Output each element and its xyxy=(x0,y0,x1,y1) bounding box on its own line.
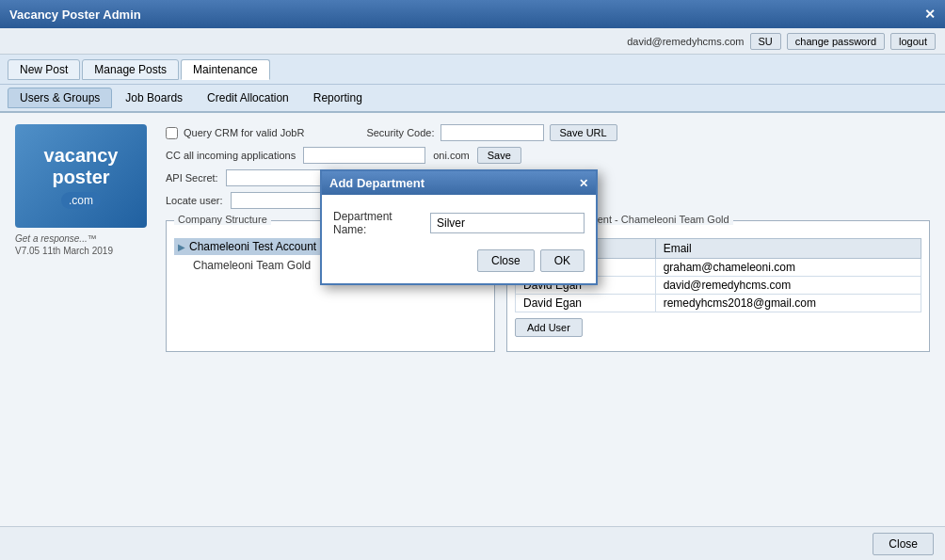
modal-body: Department Name: Close OK xyxy=(322,195,596,283)
tree-expand-icon: ▶ xyxy=(178,242,185,252)
user-name-2: David Egan xyxy=(516,295,656,312)
company-structure-title: Company Structure xyxy=(174,214,271,225)
user-email: david@remedyhcms.com xyxy=(627,36,744,47)
user-email-2: remedyhcms2018@gmail.com xyxy=(655,295,921,312)
title-bar: Vacancy Poster Admin ✕ xyxy=(0,0,945,28)
nav-bar-1: New Post Manage Posts Maintenance xyxy=(0,55,945,85)
tab-new-post[interactable]: New Post xyxy=(8,59,80,80)
logout-button[interactable]: logout xyxy=(890,33,936,50)
security-code-label: Security Code: xyxy=(366,127,434,138)
table-row: David Egan remedyhcms2018@gmail.com xyxy=(516,295,921,312)
security-code-input[interactable] xyxy=(440,124,544,141)
bottom-close-button[interactable]: Close xyxy=(873,533,934,555)
tree-parent-label: Chameleoni Test Account xyxy=(189,240,316,253)
locate-user-label: Locate user: xyxy=(166,195,223,206)
modal-title: Add Department xyxy=(329,176,424,190)
app-title: Vacancy Poster Admin xyxy=(9,8,141,22)
query-crm-label: Query CRM for valid JobR xyxy=(184,127,304,138)
content-area: vacancy poster .com Get a response...™ V… xyxy=(0,113,945,526)
add-user-button[interactable]: Add User xyxy=(515,318,583,337)
nav-bar-2: Users & Groups Job Boards Credit Allocat… xyxy=(0,85,945,113)
main-window: david@remedyhcms.com SU change password … xyxy=(0,28,945,560)
top-user-bar: david@remedyhcms.com SU change password … xyxy=(0,28,945,55)
change-password-button[interactable]: change password xyxy=(787,33,885,50)
modal-ok-button[interactable]: OK xyxy=(540,249,585,272)
modal-buttons: Close OK xyxy=(333,249,585,272)
logo-box: vacancy poster .com xyxy=(15,124,147,228)
tab-maintenance[interactable]: Maintenance xyxy=(181,59,270,80)
user-email-0: graham@chameleoni.com xyxy=(655,259,921,277)
tree-child-label: Chameleoni Team Gold xyxy=(193,259,311,272)
query-crm-checkbox[interactable] xyxy=(166,127,178,139)
user-email-1: david@remedyhcms.com xyxy=(655,277,921,295)
logo-com: .com xyxy=(61,192,101,209)
api-secret-label: API Secret: xyxy=(166,172,218,184)
tab-job-boards[interactable]: Job Boards xyxy=(114,88,194,107)
logo-line2: poster xyxy=(52,167,109,188)
window-close-button[interactable]: ✕ xyxy=(924,7,936,22)
bottom-bar: Close xyxy=(0,526,945,560)
tab-credit-allocation[interactable]: Credit Allocation xyxy=(196,88,300,107)
logo-line1: vacancy xyxy=(44,144,119,167)
logo-version: V7.05 11th March 2019 xyxy=(15,246,152,256)
cc-suffix: oni.com xyxy=(433,150,470,161)
query-crm-row: Query CRM for valid JobR Security Code: … xyxy=(166,124,930,141)
col-email: Email xyxy=(655,239,921,259)
logo-area: vacancy poster .com Get a response...™ V… xyxy=(15,124,152,270)
cc-email-input[interactable] xyxy=(303,147,425,164)
save-button-1[interactable]: Save xyxy=(477,147,521,164)
logo-subtitle: Get a response...™ xyxy=(15,233,152,244)
tab-users-groups[interactable]: Users & Groups xyxy=(8,88,112,108)
modal-field-label: Department Name: xyxy=(333,210,419,236)
modal-title-bar: Add Department ✕ xyxy=(322,171,596,195)
save-url-button[interactable]: Save URL xyxy=(550,124,617,141)
department-name-input[interactable] xyxy=(430,213,585,233)
tab-manage-posts[interactable]: Manage Posts xyxy=(82,59,179,80)
add-department-dialog: Add Department ✕ Department Name: Close … xyxy=(320,169,598,285)
su-button[interactable]: SU xyxy=(750,33,781,50)
cc-incoming-row: CC all incoming applications oni.com Sav… xyxy=(166,147,930,164)
modal-close-x-button[interactable]: ✕ xyxy=(579,177,588,190)
modal-close-button[interactable]: Close xyxy=(477,249,535,272)
tab-reporting[interactable]: Reporting xyxy=(302,88,374,107)
modal-field-row: Department Name: xyxy=(333,210,585,236)
cc-label: CC all incoming applications xyxy=(166,150,296,161)
